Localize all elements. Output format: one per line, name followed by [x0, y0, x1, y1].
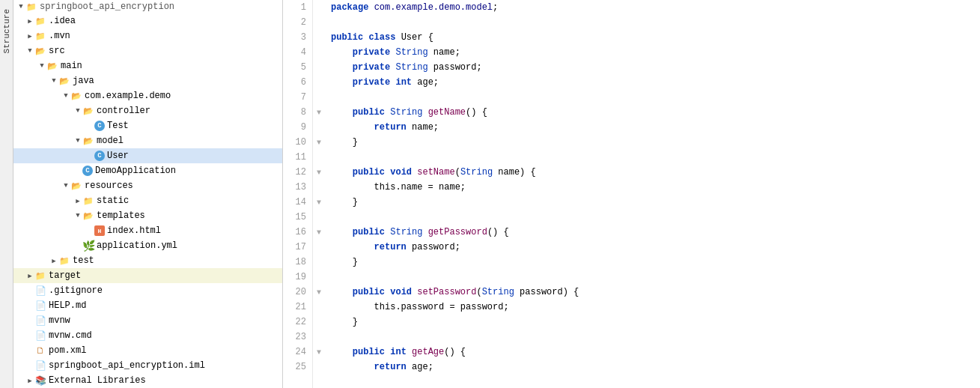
tree-item-pom-xml[interactable]: 🗋 pom.xml — [13, 343, 282, 358]
gutter-8[interactable]: ▼ — [313, 105, 325, 120]
structure-panel-tab[interactable]: Structure — [0, 0, 13, 388]
code-line-19 — [331, 270, 974, 285]
fold-arrow-8[interactable]: ▼ — [317, 109, 321, 117]
file-tree-panel: 📁 springboot_api_encryption 📁 .idea 📁 .m… — [13, 0, 283, 388]
test-class-label: Test — [107, 121, 129, 131]
tree-item-mvnw-cmd[interactable]: 📄 mvnw.cmd — [13, 328, 282, 343]
line-num-17: 17 — [283, 240, 312, 255]
idea-arrow — [25, 16, 34, 25]
tree-item-static[interactable]: 📁 static — [13, 193, 282, 208]
code-line-11 — [331, 150, 974, 165]
tree-item-resources[interactable]: 📂 resources — [13, 178, 282, 193]
fold-arrow-16[interactable]: ▼ — [317, 228, 321, 237]
gutter-14[interactable]: ▼ — [313, 195, 325, 210]
tree-item-java[interactable]: 📂 java — [13, 73, 282, 88]
idea-label: .idea — [49, 16, 76, 26]
gutter-24[interactable]: ▼ — [313, 345, 325, 360]
tree-item-target[interactable]: 📁 target — [13, 268, 282, 283]
iml-icon: 📄 — [34, 360, 46, 372]
line-num-20: 20 — [283, 285, 312, 300]
fold-arrow-24[interactable]: ▼ — [317, 348, 321, 357]
gutter-16[interactable]: ▼ — [313, 225, 325, 240]
gutter-5 — [313, 60, 325, 75]
com-arrow — [61, 91, 70, 100]
tree-item-gitignore[interactable]: 📄 .gitignore — [13, 283, 282, 298]
iml-label: springboot_api_encryption.iml — [49, 360, 205, 371]
fold-arrow-12[interactable]: ▼ — [317, 169, 321, 177]
gutter-22 — [313, 315, 325, 330]
main-folder-icon: 📂 — [46, 60, 58, 72]
line-num-22: 22 — [283, 315, 312, 330]
com-label: com.example.demo — [85, 91, 171, 101]
code-line-2 — [331, 15, 974, 30]
gutter-4 — [313, 45, 325, 60]
gutter-19 — [313, 270, 325, 285]
line-num-2: 2 — [283, 15, 312, 30]
gutter-12[interactable]: ▼ — [313, 165, 325, 180]
fold-arrow-20[interactable]: ▼ — [317, 288, 321, 297]
code-line-7 — [331, 90, 974, 105]
code-line-25: return age; — [331, 360, 974, 375]
code-line-4: private String name; — [331, 45, 974, 60]
tree-item-app-yml[interactable]: 🌿 application.yml — [13, 238, 282, 253]
line-num-14: 14 — [283, 195, 312, 210]
test-dir-arrow — [49, 256, 58, 265]
code-line-14: } — [331, 195, 974, 210]
line-num-25: 25 — [283, 360, 312, 375]
line-num-6: 6 — [283, 75, 312, 90]
demo-app-icon: C — [82, 166, 93, 176]
gutter-21 — [313, 300, 325, 315]
gutter-1 — [313, 0, 325, 15]
src-label: src — [49, 46, 65, 56]
gutter-10[interactable]: ▼ — [313, 135, 325, 150]
code-line-16: public String getPassword() { — [331, 225, 974, 240]
mvnw-icon: 📄 — [34, 315, 46, 327]
line-num-5: 5 — [283, 60, 312, 75]
line-num-3: 3 — [283, 30, 312, 45]
line-num-10: 10 — [283, 135, 312, 150]
structure-tab-label: Structure — [2, 9, 11, 53]
tree-item-test-class[interactable]: C Test — [13, 118, 282, 133]
app-yml-label: application.yml — [97, 240, 177, 251]
tree-item-test-dir[interactable]: 📁 test — [13, 253, 282, 268]
fold-arrow-10[interactable]: ▼ — [317, 139, 321, 147]
tree-item-idea[interactable]: 📁 .idea — [13, 13, 282, 28]
tree-item-mvn[interactable]: 📁 .mvn — [13, 28, 282, 43]
model-label: model — [97, 136, 124, 146]
test-dir-folder-icon: 📁 — [58, 255, 70, 267]
gutter-18 — [313, 255, 325, 270]
static-arrow — [73, 196, 82, 205]
tree-item-help-md[interactable]: 📄 HELP.md — [13, 298, 282, 313]
tree-item-demo-application[interactable]: C DemoApplication — [13, 163, 282, 178]
tree-item-src[interactable]: 📂 src — [13, 43, 282, 58]
tree-item-controller[interactable]: 📂 controller — [13, 103, 282, 118]
code-line-5: private String password; — [331, 60, 974, 75]
help-md-label: HELP.md — [49, 300, 86, 311]
tree-item-mvnw[interactable]: 📄 mvnw — [13, 313, 282, 328]
code-editor[interactable]: package com.example.demo.model; public c… — [325, 0, 980, 388]
tree-item-index-html[interactable]: H index.html — [13, 223, 282, 238]
tree-item-com-example-demo[interactable]: 📂 com.example.demo — [13, 88, 282, 103]
tree-item-iml[interactable]: 📄 springboot_api_encryption.iml — [13, 358, 282, 373]
tree-item-main[interactable]: 📂 main — [13, 58, 282, 73]
root-folder-icon: 📁 — [25, 1, 37, 13]
tree-item-model[interactable]: 📂 model — [13, 133, 282, 148]
code-line-21: this.password = password; — [331, 300, 974, 315]
java-label: java — [73, 76, 94, 86]
tree-item-external-libraries[interactable]: 📚 External Libraries — [13, 373, 282, 388]
mvnw-cmd-icon: 📄 — [34, 330, 46, 342]
tree-item-templates[interactable]: 📂 templates — [13, 208, 282, 223]
user-class-label: User — [107, 151, 129, 161]
tree-item-user-class[interactable]: C User — [13, 148, 282, 163]
mvnw-cmd-label: mvnw.cmd — [49, 330, 92, 341]
code-line-22: } — [331, 315, 974, 330]
gutter-23 — [313, 330, 325, 345]
test-class-icon: C — [94, 121, 105, 131]
code-line-1: package com.example.demo.model; — [331, 0, 974, 15]
project-root-header[interactable]: 📁 springboot_api_encryption — [13, 0, 282, 13]
gutter-15 — [313, 210, 325, 225]
src-arrow — [25, 46, 34, 55]
line-num-19: 19 — [283, 270, 312, 285]
gutter-20[interactable]: ▼ — [313, 285, 325, 300]
fold-arrow-14[interactable]: ▼ — [317, 198, 321, 207]
